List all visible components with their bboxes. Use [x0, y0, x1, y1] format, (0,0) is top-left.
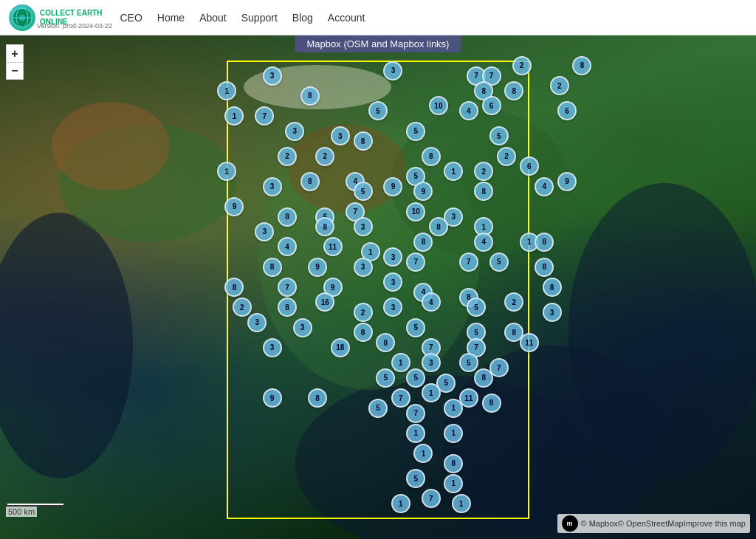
nav-ceo[interactable]: CEO: [120, 12, 142, 24]
cluster-marker[interactable]: 8: [278, 207, 297, 227]
cluster-marker[interactable]: 5: [467, 298, 486, 317]
cluster-marker[interactable]: 3: [247, 313, 267, 332]
cluster-marker[interactable]: 2: [512, 56, 532, 75]
cluster-marker[interactable]: 8: [224, 278, 244, 297]
cluster-marker[interactable]: 6: [557, 101, 577, 120]
cluster-marker[interactable]: 3: [263, 66, 282, 86]
cluster-marker[interactable]: 8: [474, 368, 493, 388]
cluster-marker[interactable]: 7: [255, 106, 274, 126]
cluster-marker[interactable]: 5: [406, 469, 425, 488]
cluster-marker[interactable]: 9: [263, 388, 282, 408]
mapbox-link[interactable]: © Mapbox: [581, 519, 618, 528]
cluster-marker[interactable]: 2: [550, 76, 569, 95]
cluster-marker[interactable]: 9: [224, 197, 244, 216]
cluster-marker[interactable]: 7: [406, 253, 425, 272]
cluster-marker[interactable]: 3: [263, 338, 282, 357]
cluster-marker[interactable]: 5: [354, 182, 373, 201]
cluster-marker[interactable]: 3: [331, 126, 350, 145]
cluster-marker[interactable]: 5: [406, 122, 425, 141]
cluster-marker[interactable]: 10: [406, 202, 425, 222]
improve-map-link[interactable]: Improve this map: [684, 519, 746, 528]
nav-about[interactable]: About: [199, 12, 227, 24]
cluster-marker[interactable]: 8: [543, 278, 562, 297]
cluster-marker[interactable]: 8: [429, 217, 448, 236]
nav-blog[interactable]: Blog: [292, 12, 313, 24]
cluster-marker[interactable]: 5: [459, 353, 478, 372]
cluster-marker[interactable]: 5: [489, 126, 509, 145]
cluster-marker[interactable]: 8: [308, 388, 327, 408]
cluster-marker[interactable]: 2: [504, 292, 523, 312]
cluster-marker[interactable]: 8: [300, 172, 320, 191]
cluster-marker[interactable]: 8: [315, 217, 334, 236]
cluster-marker[interactable]: 8: [474, 182, 493, 201]
cluster-marker[interactable]: 1: [391, 494, 410, 513]
cluster-marker[interactable]: 3: [293, 318, 312, 337]
cluster-marker[interactable]: 2: [315, 147, 334, 166]
cluster-marker[interactable]: 4: [422, 292, 441, 312]
cluster-marker[interactable]: 9: [413, 182, 433, 201]
cluster-marker[interactable]: 3: [383, 298, 402, 317]
cluster-marker[interactable]: 3: [383, 247, 402, 267]
cluster-marker[interactable]: 5: [406, 368, 425, 388]
cluster-marker[interactable]: 8: [572, 56, 591, 75]
zoom-out-button[interactable]: −: [6, 62, 24, 80]
cluster-marker[interactable]: 1: [444, 474, 463, 493]
cluster-marker[interactable]: 2: [474, 162, 493, 181]
nav-account[interactable]: Account: [328, 12, 365, 24]
cluster-marker[interactable]: 1: [452, 494, 471, 513]
cluster-marker[interactable]: 9: [383, 177, 402, 196]
cluster-marker[interactable]: 16: [315, 292, 334, 312]
cluster-marker[interactable]: 8: [535, 258, 554, 277]
cluster-marker[interactable]: 1: [413, 444, 433, 463]
cluster-marker[interactable]: 7: [278, 278, 297, 297]
cluster-marker[interactable]: 7: [422, 489, 441, 508]
cluster-marker[interactable]: 8: [263, 258, 282, 277]
cluster-marker[interactable]: 7: [406, 404, 425, 423]
cluster-marker[interactable]: 7: [459, 253, 478, 272]
cluster-marker[interactable]: 8: [422, 147, 441, 166]
cluster-marker[interactable]: 5: [368, 399, 388, 418]
cluster-marker[interactable]: 4: [278, 237, 297, 256]
cluster-marker[interactable]: 1: [224, 106, 244, 126]
cluster-marker[interactable]: 4: [459, 101, 478, 120]
cluster-marker[interactable]: 1: [444, 424, 463, 443]
cluster-marker[interactable]: 8: [535, 233, 554, 252]
cluster-marker[interactable]: 1: [422, 383, 441, 402]
cluster-marker[interactable]: 1: [217, 81, 236, 100]
cluster-marker[interactable]: 11: [323, 237, 343, 256]
cluster-marker[interactable]: 4: [535, 177, 554, 196]
cluster-marker[interactable]: 2: [233, 298, 252, 317]
cluster-marker[interactable]: 6: [520, 157, 539, 176]
cluster-marker[interactable]: 10: [429, 96, 448, 115]
cluster-marker[interactable]: 5: [489, 253, 509, 272]
cluster-marker[interactable]: 8: [482, 394, 501, 413]
cluster-marker[interactable]: 5: [376, 368, 395, 388]
map-container[interactable]: Mapbox (OSM and Mapbox links) + − 337728…: [0, 35, 756, 539]
nav-home[interactable]: Home: [157, 12, 185, 24]
cluster-marker[interactable]: 3: [383, 272, 402, 292]
cluster-marker[interactable]: 3: [255, 222, 274, 241]
cluster-marker[interactable]: 8: [278, 298, 297, 317]
cluster-marker[interactable]: 1: [444, 162, 463, 181]
osm-link[interactable]: © OpenStreetMap: [618, 519, 684, 528]
cluster-marker[interactable]: 1: [444, 399, 463, 418]
cluster-marker[interactable]: 3: [285, 122, 304, 141]
cluster-marker[interactable]: 3: [422, 353, 441, 372]
nav-support[interactable]: Support: [241, 12, 278, 24]
cluster-marker[interactable]: 8: [354, 131, 373, 151]
cluster-marker[interactable]: 9: [308, 258, 327, 277]
cluster-marker[interactable]: 9: [557, 172, 577, 191]
cluster-marker[interactable]: 8: [376, 333, 395, 352]
cluster-marker[interactable]: 1: [406, 424, 425, 443]
cluster-marker[interactable]: 2: [354, 303, 373, 322]
cluster-marker[interactable]: 3: [263, 177, 282, 196]
cluster-marker[interactable]: 3: [383, 61, 402, 80]
cluster-marker[interactable]: 3: [354, 258, 373, 277]
cluster-marker[interactable]: 18: [331, 338, 350, 357]
cluster-marker[interactable]: 2: [278, 147, 297, 166]
cluster-marker[interactable]: 7: [391, 388, 410, 408]
cluster-marker[interactable]: 5: [368, 101, 388, 120]
cluster-marker[interactable]: 11: [520, 333, 539, 352]
cluster-marker[interactable]: 8: [354, 323, 373, 342]
cluster-marker[interactable]: 4: [474, 233, 493, 252]
